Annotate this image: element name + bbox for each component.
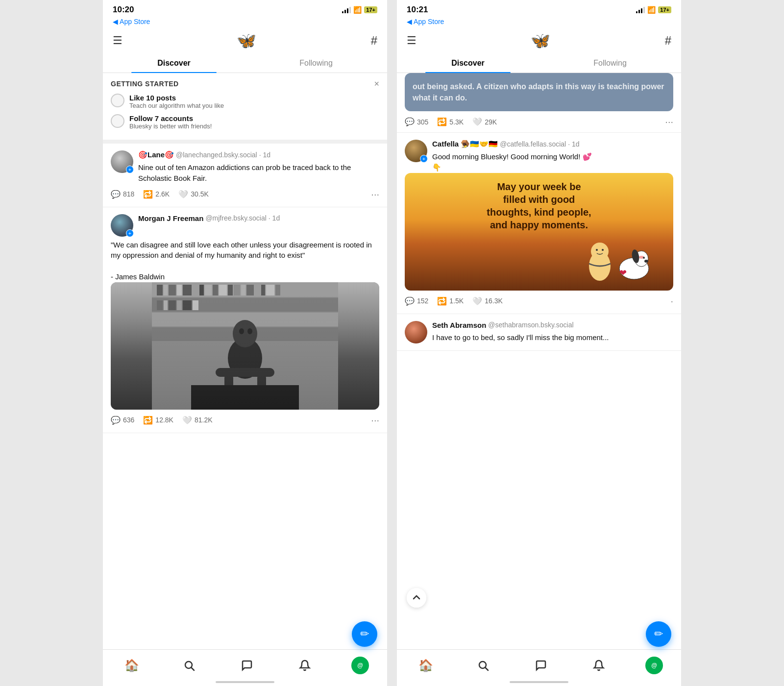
tab-discover-left[interactable]: Discover — [103, 54, 245, 73]
repost-icon-lane: 🔁 — [143, 190, 153, 199]
tab-discover-right[interactable]: Discover — [397, 54, 539, 73]
app-store-back-right[interactable]: ◀ App Store — [407, 18, 671, 25]
post-actions-lane: 💬 818 🔁 2.6K 🤍 30.5K ··· — [111, 189, 379, 200]
author-handle-catfella: @catfella.fellas.social — [500, 140, 566, 148]
svg-point-49 — [644, 260, 648, 263]
nav-profile-right[interactable]: @ — [645, 657, 663, 674]
svg-text:❤: ❤ — [619, 268, 627, 278]
menu-icon-right[interactable]: ☰ — [407, 34, 416, 47]
post-lane: + 🎯Lane🎯 @lanechanged.bsky.social · 1d N… — [103, 144, 387, 207]
gs-item-likes: Like 10 posts Teach our algorithm what y… — [111, 94, 379, 109]
avatar-add-morgan[interactable]: + — [126, 229, 134, 237]
app-header-left: ☰ 🦋 # — [103, 27, 387, 54]
post-actions-morgan: 💬 636 🔁 12.8K 🤍 81.2K ··· — [111, 415, 379, 426]
comment-action-partial[interactable]: 💬 305 — [405, 117, 428, 126]
tab-following-left[interactable]: Following — [245, 54, 387, 73]
snoopy-image[interactable]: May your week be filled with good though… — [405, 173, 673, 291]
comment-count-morgan: 636 — [123, 416, 134, 424]
like-count-lane: 30.5K — [191, 190, 209, 198]
author-name-lane: 🎯Lane🎯 — [138, 150, 174, 159]
post-meta-catfella: Catfella 🪤🇺🇦🤝🇩🇪 @catfella.fellas.social … — [432, 140, 673, 173]
avatar-add-lane[interactable]: + — [126, 166, 134, 173]
nav-chat-left[interactable] — [236, 655, 258, 676]
post-header-seth: Seth Abramson @sethabramson.bsky.social … — [405, 321, 673, 343]
comment-icon-partial: 💬 — [405, 117, 415, 126]
nav-search-right[interactable] — [472, 655, 494, 676]
partial-post-actions: 💬 305 🔁 5.3K 🤍 29K ··· — [405, 116, 673, 127]
like-action-morgan[interactable]: 🤍 81.2K — [182, 416, 213, 425]
compose-fab-right[interactable]: ✏ — [646, 621, 671, 647]
post-header-morgan: + Morgan J Freeman @mjfree.bsky.social ·… — [111, 214, 379, 237]
snoopy-svg: ❤ — [570, 237, 668, 286]
more-button-morgan[interactable]: ··· — [371, 415, 379, 426]
compose-icon-right: ✏ — [654, 628, 663, 640]
getting-started-card: GETTING STARTED × Like 10 posts Teach ou… — [103, 73, 387, 144]
comment-icon-lane: 💬 — [111, 190, 121, 199]
feed-content-right: out being asked. A citizen who adapts in… — [397, 73, 681, 686]
avatar-seth — [405, 321, 427, 343]
like-action-lane[interactable]: 🤍 30.5K — [178, 190, 209, 199]
more-button-catfella[interactable]: · — [670, 295, 673, 307]
status-time-right: 10:21 — [407, 5, 428, 15]
repost-action-catfella[interactable]: 🔁 1.5K — [437, 296, 464, 306]
status-bar-left: 10:20 📶 17+ — [103, 0, 387, 17]
avatar-add-catfella[interactable]: + — [420, 155, 428, 163]
tabs-left: Discover Following — [103, 54, 387, 73]
bluesky-logo: 🦋 — [237, 31, 256, 50]
repost-icon-catfella: 🔁 — [437, 296, 447, 306]
post-content-morgan: "We can disagree and still love each oth… — [111, 240, 379, 282]
comment-action-catfella[interactable]: 💬 152 — [405, 296, 428, 306]
signal-icon — [342, 6, 351, 13]
menu-icon[interactable]: ☰ — [113, 34, 122, 47]
repost-action-lane[interactable]: 🔁 2.6K — [143, 190, 170, 199]
more-button-lane[interactable]: ··· — [371, 189, 379, 200]
like-action-catfella[interactable]: 🤍 16.3K — [472, 296, 503, 306]
status-bar-right: 10:21 📶 17+ — [397, 0, 681, 17]
post-seth: Seth Abramson @sethabramson.bsky.social … — [397, 314, 681, 351]
jb-svg — [111, 282, 379, 410]
jb-photo-overlay — [111, 282, 379, 410]
nav-chat-right[interactable] — [530, 655, 552, 676]
nav-home-left[interactable]: 🏠 — [121, 655, 143, 676]
scroll-up-button[interactable] — [407, 588, 426, 608]
nav-notifications-right[interactable] — [588, 655, 610, 676]
like-action-partial[interactable]: 🤍 29K — [472, 117, 497, 126]
repost-count-morgan: 12.8K — [155, 416, 173, 424]
feed-content-left: GETTING STARTED × Like 10 posts Teach ou… — [103, 73, 387, 686]
like-icon-catfella: 🤍 — [472, 296, 482, 306]
author-row-seth: Seth Abramson @sethabramson.bsky.social — [432, 321, 673, 329]
close-button[interactable]: × — [374, 79, 379, 89]
comment-action-morgan[interactable]: 💬 636 — [111, 416, 134, 425]
tabs-right: Discover Following — [397, 54, 681, 73]
repost-action-partial[interactable]: 🔁 5.3K — [437, 117, 464, 126]
repost-icon-morgan: 🔁 — [143, 416, 153, 425]
nav-search-left[interactable] — [178, 655, 200, 676]
gs-follow-sub: Bluesky is better with friends! — [129, 122, 212, 130]
compose-fab-left[interactable]: ✏ — [352, 621, 377, 647]
nav-notifications-left[interactable] — [294, 655, 316, 676]
post-content-catfella: Good morning Bluesky! Good morning World… — [432, 151, 673, 173]
author-row-lane: 🎯Lane🎯 @lanechanged.bsky.social · 1d — [138, 150, 379, 159]
svg-point-48 — [643, 257, 645, 259]
comment-action-lane[interactable]: 💬 818 — [111, 190, 134, 199]
hashtag-icon-right[interactable]: # — [665, 34, 671, 48]
nav-home-right[interactable]: 🏠 — [415, 655, 437, 676]
author-handle-lane: @lanechanged.bsky.social — [176, 151, 257, 159]
more-button-partial[interactable]: ··· — [665, 116, 673, 127]
author-row-morgan: Morgan J Freeman @mjfree.bsky.social · 1… — [138, 214, 379, 222]
comment-count-lane: 818 — [123, 190, 134, 198]
comment-count-partial: 305 — [417, 118, 428, 126]
wifi-icon-right: 📶 — [647, 6, 656, 14]
svg-point-41 — [591, 243, 609, 260]
post-time-lane: · 1d — [259, 151, 270, 159]
repost-action-morgan[interactable]: 🔁 12.8K — [143, 416, 173, 425]
author-handle-seth: @sethabramson.bsky.social — [488, 321, 573, 329]
post-meta-seth: Seth Abramson @sethabramson.bsky.social … — [432, 321, 673, 343]
post-content-seth: I have to go to bed, so sadly I'll miss … — [432, 332, 673, 343]
app-store-back-left[interactable]: ◀ App Store — [113, 18, 377, 25]
nav-profile-left[interactable]: @ — [351, 657, 369, 674]
author-handle-morgan: @mjfree.bsky.social — [205, 214, 266, 222]
tab-following-right[interactable]: Following — [539, 54, 681, 73]
hashtag-icon[interactable]: # — [371, 34, 377, 48]
james-baldwin-image[interactable] — [111, 282, 379, 410]
